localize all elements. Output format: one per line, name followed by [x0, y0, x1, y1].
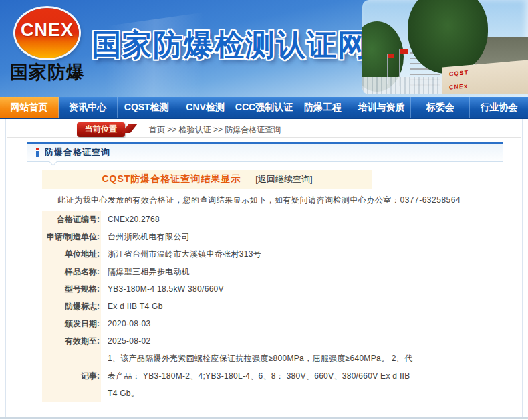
field-label-cert-no: 合格证编号:: [42, 211, 101, 228]
field-value-address: 浙江省台州市温岭市大溪镇中岙张村313号: [101, 245, 420, 263]
info-bullet-icon: [36, 148, 39, 157]
certificate-table: 合格证编号: CNEx20.2768 申请/制造单位: 台州浙欧机电有限公司 单…: [42, 211, 420, 402]
nav-item-standards-committee[interactable]: 标委会: [411, 97, 470, 118]
field-value-notes: 1、该产品隔爆外壳紧固螺栓应保证抗拉强度≥800MPa，屈服强度≥640MPa。…: [101, 350, 420, 402]
return-to-query-link[interactable]: [返回继续查询]: [255, 173, 312, 185]
nav-item-engineering[interactable]: 防爆工程: [293, 97, 352, 118]
table-row-issue-date: 颁发日期: 2020-08-03: [42, 315, 420, 332]
nav-item-cqst-testing[interactable]: CQST检测: [118, 97, 176, 118]
photo-sign-cqst: CQST: [449, 64, 528, 78]
field-label-issue-date: 颁发日期:: [42, 315, 101, 332]
nav-item-ccc-certification[interactable]: CCC强制认证: [235, 97, 294, 118]
breadcrumb-path[interactable]: 首页 >> 检验认证 >> 防爆合格证查询: [149, 124, 281, 136]
current-location-badge: 当前位置: [77, 122, 125, 137]
table-row-address: 单位地址: 浙江省台州市温岭市大溪镇中岙张村313号: [42, 245, 420, 263]
page-bottom-divider: [0, 417, 528, 419]
cnex-logo-text: CNEX: [21, 20, 74, 41]
nav-item-cnv-testing[interactable]: CNV检测: [176, 97, 235, 118]
nav-item-training[interactable]: 培训与资质: [352, 97, 411, 118]
nav-item-association[interactable]: 行业协会: [470, 97, 528, 118]
field-value-ex-marking: Ex d IIB T4 Gb: [101, 298, 420, 315]
field-value-manufacturer: 台州浙欧机电有限公司: [101, 228, 420, 245]
table-row-notes: 记事: 1、该产品隔爆外壳紧固螺栓应保证抗拉强度≥800MPa，屈服强度≥640…: [42, 350, 420, 402]
nav-item-home[interactable]: 网站首页: [0, 97, 59, 118]
field-value-issue-date: 2020-08-03: [101, 315, 420, 332]
field-value-sample-name: 隔爆型三相异步电动机: [101, 263, 420, 280]
cert-query-panel: 防爆合格证查询 CQST防爆合格证查询结果显示 [返回继续查询] 此证为我中心发…: [27, 142, 503, 415]
field-label-notes: 记事:: [42, 350, 101, 402]
photo-sign-cnex: CNEx: [449, 77, 528, 91]
main-nav: 网站首页 资讯中心 CQST检测 CNV检测 CCC强制认证 防爆工程 培训与资…: [0, 97, 528, 119]
field-value-valid-until: 2025-08-02: [101, 332, 420, 350]
photo-fence: [362, 77, 449, 94]
breadcrumb: 当前位置 首页 >> 检验认证 >> 防爆合格证查询: [7, 122, 521, 138]
table-row-model-spec: 型号规格: YB3-180M-4 18.5kW 380/660V: [42, 280, 420, 298]
table-row-cert-no: 合格证编号: CNEx20.2768: [42, 211, 420, 228]
cnex-logo: CNEX: [15, 8, 79, 58]
field-value-cert-no: CNEx20.2768: [101, 211, 420, 228]
field-label-manufacturer: 申请/制造单位:: [42, 228, 101, 245]
result-title-bar: CQST防爆合格证查询结果显示 [返回继续查询]: [42, 170, 372, 189]
nav-item-news[interactable]: 资讯中心: [59, 97, 118, 118]
table-row-ex-marking: 防爆标志: Ex d IIB T4 Gb: [42, 298, 420, 315]
field-value-model-spec: YB3-180M-4 18.5kW 380/660V: [101, 280, 420, 298]
validity-notice: 此证为我中心发放的有效合格证，您的查询结果显示如下，如有疑问请咨询检测中心办公室…: [57, 195, 503, 206]
page-container: 当前位置 首页 >> 检验认证 >> 防爆合格证查询 防爆合格证查询 CQST防…: [5, 119, 523, 417]
field-label-sample-name: 样品名称:: [42, 263, 101, 280]
field-label-model-spec: 型号规格:: [42, 280, 101, 298]
photo-flag: [400, 49, 408, 54]
table-row-valid-until: 有效期至: 2025-08-02: [42, 332, 420, 350]
site-title: 国家防爆检测认证网: [92, 25, 368, 65]
site-header: CNEX 国家防爆 国家防爆检测认证网 CQST CNEx: [0, 0, 528, 97]
panel-header: 防爆合格证查询: [27, 144, 503, 162]
table-row-manufacturer: 申请/制造单位: 台州浙欧机电有限公司: [42, 228, 420, 245]
table-row-sample-name: 样品名称: 隔爆型三相异步电动机: [42, 263, 420, 280]
building-photo: CQST CNEx: [362, 0, 528, 94]
result-title: CQST防爆合格证查询结果显示: [102, 173, 241, 185]
field-label-address: 单位地址:: [42, 245, 101, 263]
field-label-valid-until: 有效期至:: [42, 332, 101, 350]
panel-body: CQST防爆合格证查询结果显示 [返回继续查询] 此证为我中心发放的有效合格证，…: [27, 162, 503, 402]
logo-caption: 国家防爆: [5, 60, 90, 84]
field-label-ex-marking: 防爆标志:: [42, 298, 101, 315]
panel-title: 防爆合格证查询: [45, 146, 110, 159]
photo-flag: [388, 54, 394, 58]
